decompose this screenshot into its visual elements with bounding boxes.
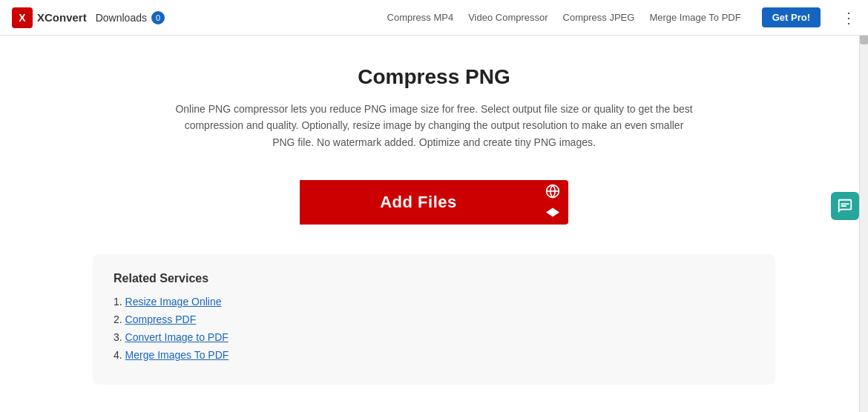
related-services-section: Related Services 1. Resize Image Online … — [93, 254, 775, 385]
list-item: 4. Merge Images To PDF — [114, 349, 754, 361]
upload-from-url-button[interactable] — [537, 180, 568, 202]
upload-section: Add Files — [93, 180, 775, 225]
nav-link-video-compressor[interactable]: Video Compressor — [468, 12, 548, 23]
svg-rect-3 — [841, 205, 846, 207]
url-upload-icon — [545, 184, 560, 199]
rate-section: Rate Compress PNG Tool ★ ★ ★ ★ ★ — [93, 408, 775, 412]
more-menu-icon[interactable]: ⋮ — [841, 9, 856, 27]
related-services-title: Related Services — [114, 272, 754, 285]
feedback-button[interactable] — [831, 192, 859, 220]
downloads-badge: 0 — [151, 11, 165, 24]
downloads-label: Downloads — [96, 12, 147, 24]
scrollbar[interactable] — [859, 0, 868, 412]
nav-links: Compress MP4 Video Compressor Compress J… — [387, 7, 856, 27]
downloads-button[interactable]: Downloads 0 — [96, 11, 165, 24]
nav-link-compress-mp4[interactable]: Compress MP4 — [387, 12, 454, 23]
logo[interactable]: X XConvert — [12, 7, 87, 28]
logo-letter: X — [19, 12, 25, 24]
logo-icon: X — [12, 7, 33, 28]
add-files-button[interactable]: Add Files — [300, 180, 537, 225]
page-description: Online PNG compressor lets you reduce PN… — [174, 101, 694, 150]
nav-link-merge-image-to-pdf[interactable]: Merge Image To PDF — [649, 12, 740, 23]
feedback-icon — [837, 198, 853, 214]
list-item: 1. Resize Image Online — [114, 296, 754, 308]
upload-icon-group — [537, 180, 568, 225]
related-link-merge-images[interactable]: Merge Images To PDF — [125, 349, 229, 361]
related-link-convert-image-pdf[interactable]: Convert Image to PDF — [125, 331, 228, 343]
nav-link-compress-jpeg[interactable]: Compress JPEG — [563, 12, 635, 23]
dropbox-icon — [546, 207, 559, 220]
navbar: X XConvert Downloads 0 Compress MP4 Vide… — [0, 0, 868, 36]
page-title: Compress PNG — [93, 65, 775, 89]
related-link-resize[interactable]: Resize Image Online — [125, 296, 222, 308]
main-content: Compress PNG Online PNG compressor lets … — [78, 36, 790, 412]
related-services-list: 1. Resize Image Online 2. Compress PDF 3… — [114, 296, 754, 361]
logo-name: XConvert — [37, 11, 87, 24]
related-link-compress-pdf[interactable]: Compress PDF — [125, 313, 197, 325]
list-item: 3. Convert Image to PDF — [114, 331, 754, 343]
list-item: 2. Compress PDF — [114, 313, 754, 325]
svg-rect-2 — [841, 203, 849, 205]
upload-from-dropbox-button[interactable] — [537, 202, 568, 225]
get-pro-button[interactable]: Get Pro! — [762, 7, 821, 27]
